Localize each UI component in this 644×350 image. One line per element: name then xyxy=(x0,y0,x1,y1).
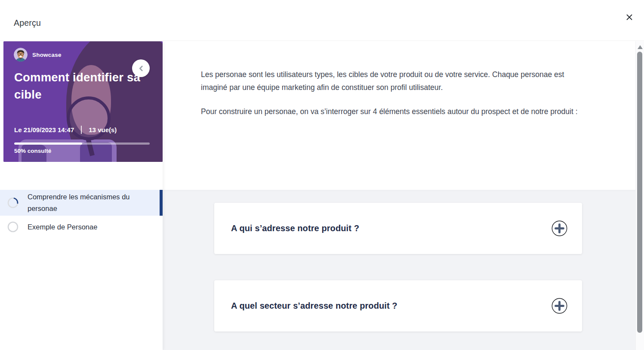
intro-paragraph: Les personae sont les utilisateurs types… xyxy=(201,68,579,94)
close-icon xyxy=(626,13,633,21)
active-indicator-bar xyxy=(160,190,163,216)
progress-fill xyxy=(14,142,82,145)
course-title: Comment identifier sa cible xyxy=(14,69,152,103)
author-name: Showcase xyxy=(32,52,62,58)
chapter-nav: Comprendre les mécanismes du personae Ex… xyxy=(0,190,163,238)
modal-header: Aperçu xyxy=(0,0,644,41)
progress-bar xyxy=(14,142,150,145)
expand-button[interactable] xyxy=(552,298,567,314)
accordion-item-secteur[interactable]: A quel secteur s’adresse notre produit ? xyxy=(214,280,582,331)
accordion-item-qui[interactable]: A qui s’adresse notre produit ? xyxy=(214,203,582,254)
plus-circle-icon xyxy=(552,298,567,314)
author-avatar xyxy=(14,48,28,62)
accordion-title: A quel secteur s’adresse notre produit ? xyxy=(231,301,552,311)
course-views: 13 vue(s) xyxy=(89,126,117,133)
close-button[interactable] xyxy=(623,11,636,24)
intro-section: Les personae sont les utilisateurs types… xyxy=(163,41,635,190)
author-row: Showcase xyxy=(14,48,62,62)
course-preview-modal: Aperçu xyxy=(0,0,644,350)
sidebar: Showcase Comment identifier sa cible Le … xyxy=(0,41,163,350)
meta-divider xyxy=(81,126,82,134)
nav-item-label: Comprendre les mécanismes du personae xyxy=(28,190,150,216)
nav-item-label: Exemple de Personae xyxy=(28,220,97,234)
scroll-up-arrow-icon[interactable] xyxy=(638,45,643,49)
lesson-content: Les personae sont les utilisateurs types… xyxy=(163,41,635,350)
course-hero-card: Showcase Comment identifier sa cible Le … xyxy=(3,41,163,162)
page-title: Aperçu xyxy=(14,18,41,28)
progress-label: 50% consulté xyxy=(14,148,51,154)
course-meta: Le 21/09/2023 14:47 13 vue(s) xyxy=(14,126,117,134)
nav-item-exemple-de-personae[interactable]: Exemple de Personae xyxy=(0,216,163,238)
scrollbar-thumb[interactable] xyxy=(637,52,642,333)
nav-item-comprendre-les-mecanismes[interactable]: Comprendre les mécanismes du personae xyxy=(0,190,163,216)
expand-button[interactable] xyxy=(552,220,567,236)
intro-paragraph: Pour construire un personae, on va s’int… xyxy=(201,105,579,118)
accordion-section: A qui s’adresse notre produit ? A quel s… xyxy=(163,190,635,350)
empty-circle-icon xyxy=(7,221,18,232)
plus-circle-icon xyxy=(552,220,567,236)
course-date: Le 21/09/2023 14:47 xyxy=(14,126,74,133)
scrollbar[interactable] xyxy=(635,41,644,350)
progress-circle-icon xyxy=(7,197,18,208)
accordion-title: A qui s’adresse notre produit ? xyxy=(231,223,552,233)
